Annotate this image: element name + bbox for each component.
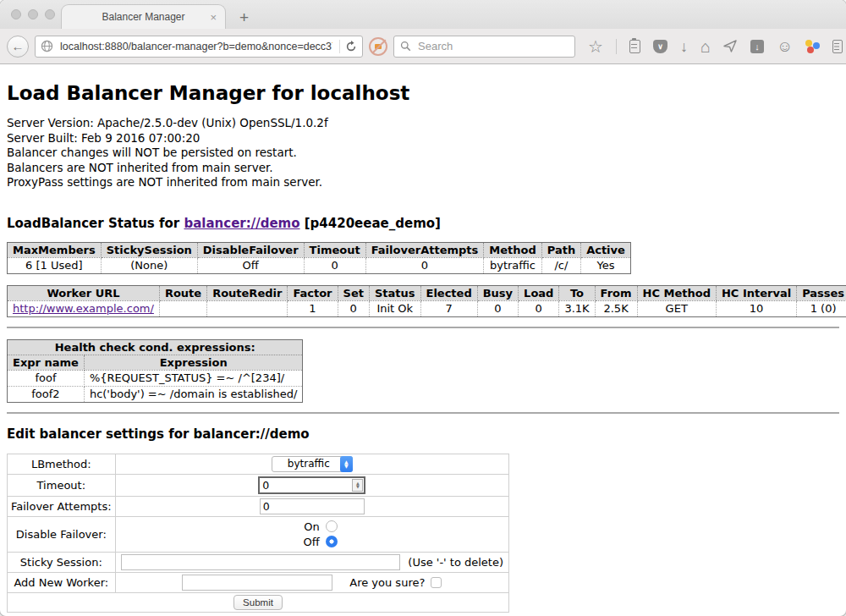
health-check-row: foof %{REQUEST_STATUS} =~ /^[234]/ [8,370,303,386]
balancer-status-row: 6 [1 Used] (None) Off 0 0 bytraffic /c/ … [8,257,631,273]
url-bar[interactable] [35,36,363,58]
submit-row: Submit [8,592,509,612]
divider-1 [7,327,839,328]
failover-attempts-label: Failover Attempts: [8,496,116,516]
select-stepper-icon: ▲▼ [340,456,353,472]
failover-off-radio[interactable] [326,536,338,547]
url-divider [339,40,340,53]
submit-button[interactable]: Submit [233,595,283,610]
sticky-session-input[interactable] [121,554,401,570]
timeout-input[interactable] [260,479,352,492]
add-worker-row: Add New Worker: Are you sure? [8,572,509,592]
edit-balancer-form: LBmethod: bytraffic ▲▼ Timeout: [7,454,509,613]
add-worker-label: Add New Worker: [8,572,116,592]
back-button[interactable]: ← [7,36,29,58]
globe-icon [41,40,53,52]
tab-close-icon[interactable]: × [210,12,217,23]
search-icon [400,41,411,52]
navigation-toolbar: ← ☆ [0,29,846,64]
health-check-title: Health check cond. expressions: [8,339,303,355]
clipboard-icon[interactable] [629,40,640,53]
failover-attempts-input[interactable] [260,498,365,514]
url-input[interactable] [58,40,334,53]
minimize-window-button[interactable] [28,9,38,19]
are-you-sure-label: Are you sure? [349,576,425,589]
home-icon[interactable]: ⌂ [700,38,711,55]
sticky-session-note: (Use '-' to delete) [408,556,503,569]
tab-balancer-manager[interactable]: Balancer Manager × [61,4,226,29]
browser-window: Balancer Manager × + ← [0,0,846,616]
lbmethod-label: LBmethod: [8,454,116,474]
number-spinner-icon[interactable]: ▲▼ [352,479,363,492]
zoom-window-button[interactable] [45,9,55,19]
tab-title: Balancer Manager [102,11,184,23]
edit-balancer-heading: Edit balancer settings for balancer://de… [7,426,839,442]
pocket-icon[interactable]: ∨ [653,40,667,53]
notice-balancers: Balancers are NOT inherited from main se… [7,161,839,176]
health-check-table: Health check cond. expressions: Expr nam… [7,339,303,403]
server-built: Server Built: Feb 9 2016 07:00:20 [7,131,839,146]
balancer-demo-link[interactable]: balancer://demo [184,216,299,231]
window-controls [11,9,55,19]
failover-attempts-row: Failover Attempts: [8,496,509,516]
lbmethod-row: LBmethod: bytraffic ▲▼ [8,454,509,474]
page-title: Load Balancer Manager for localhost [7,82,839,104]
server-info: Server Version: Apache/2.5.0-dev (Unix) … [7,116,839,190]
tab-bar: Balancer Manager × + [0,0,846,29]
sticky-session-row: Sticky Session: (Use '-' to delete) [8,552,509,572]
worker-row: http://www.example.com/ 1 0 Init Ok 7 0 … [8,300,846,316]
divider-2 [7,412,839,414]
balancer-status-table: MaxMembers StickySession DisableFailover… [7,242,631,274]
notice-persist: Balancer changes will NOT be persisted o… [7,146,839,161]
worker-table: Worker URL Route RouteRedir Factor Set S… [7,285,846,317]
reload-icon[interactable] [345,41,357,52]
add-worker-input[interactable] [182,575,332,591]
timeout-row: Timeout: ▲▼ [8,474,509,496]
toolbar-separator [616,39,617,54]
blocked-plugin-icon[interactable] [369,37,387,56]
loadbalancer-status-heading: LoadBalancer Status for balancer://demo … [7,216,839,231]
downloads-icon[interactable]: ↓ [680,39,688,54]
download-square-icon[interactable]: ↓ [750,40,764,53]
colors-icon[interactable] [805,39,820,53]
balancer-status-header-row: MaxMembers StickySession DisableFailover… [8,242,631,257]
search-bar[interactable] [393,36,575,58]
failover-on-label: On [304,520,319,533]
lbmethod-select[interactable]: bytraffic ▲▼ [272,456,353,472]
bookmark-star-icon[interactable]: ☆ [588,38,603,55]
feedback-smiley-icon[interactable]: ☺ [777,38,793,54]
new-tab-button[interactable]: + [239,9,249,25]
timeout-input-wrap: ▲▼ [258,476,365,494]
worker-url-link[interactable]: http://www.example.com/ [13,302,154,315]
close-window-button[interactable] [11,9,21,19]
disable-failover-label: Disable Failover: [8,516,116,552]
timeout-label: Timeout: [8,474,116,496]
sticky-session-label: Sticky Session: [8,552,116,572]
server-version: Server Version: Apache/2.5.0-dev (Unix) … [7,116,839,131]
disable-failover-row: Disable Failover: On Off [8,516,509,552]
notice-proxypass: ProxyPass settings are NOT inherited fro… [7,175,839,190]
toolbar-icons: ☆ ∨ ↓ ⌂ ↓ ☺ ▾ ≡ [588,36,846,56]
search-input[interactable] [416,39,569,53]
page-content: Load Balancer Manager for localhost Serv… [0,82,846,616]
worker-header-row: Worker URL Route RouteRedir Factor Set S… [8,285,846,300]
notebook-icon[interactable] [832,40,843,53]
are-you-sure-checkbox[interactable] [431,577,442,588]
failover-off-label: Off [304,536,320,548]
send-icon[interactable] [723,40,738,52]
failover-on-radio[interactable] [326,520,338,532]
health-check-row: foof2 hc('body') =~ /domain is establish… [8,386,303,402]
